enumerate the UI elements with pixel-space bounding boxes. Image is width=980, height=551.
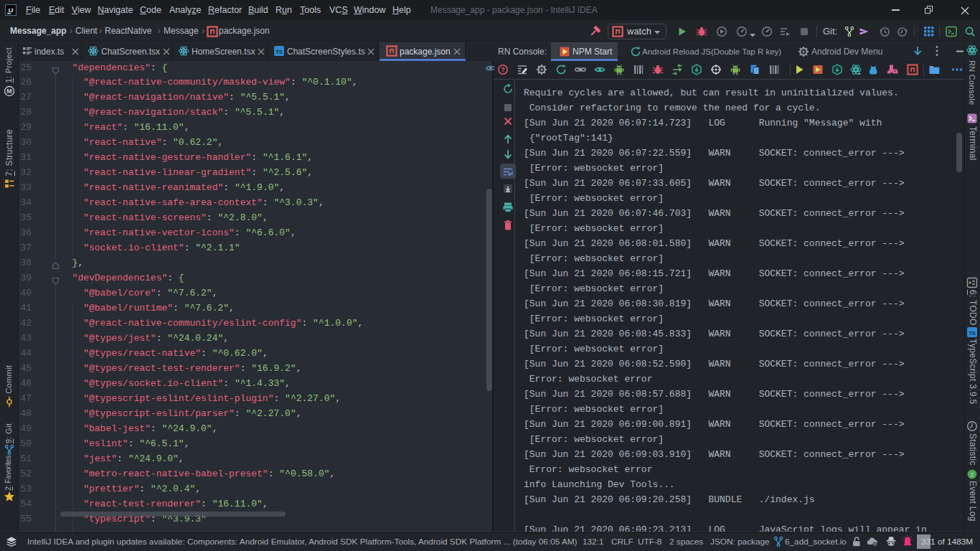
svg-text:IJ: IJ bbox=[9, 7, 14, 14]
svg-text:TS: TS bbox=[275, 49, 283, 55]
svg-text:2: 2 bbox=[971, 471, 974, 478]
svg-text:TS: TS bbox=[969, 330, 976, 336]
svg-text:?: ? bbox=[501, 65, 505, 73]
svg-text:M: M bbox=[6, 88, 12, 95]
